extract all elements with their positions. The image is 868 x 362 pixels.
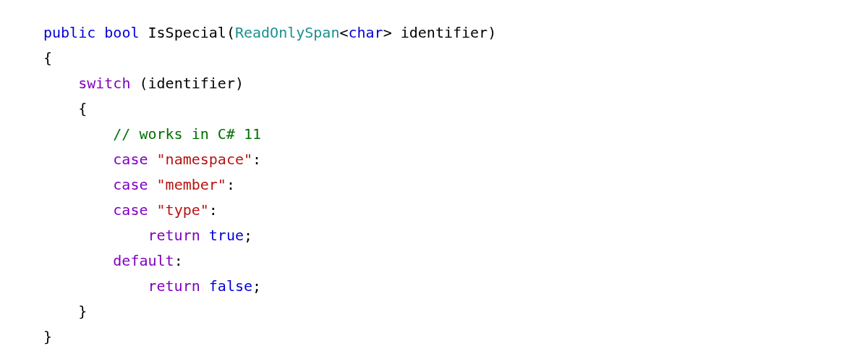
keyword-public: public: [43, 24, 95, 41]
brace-close: }: [78, 303, 87, 320]
string-literal: "namespace": [157, 151, 252, 168]
colon: :: [252, 151, 261, 168]
paren-open: (: [139, 75, 148, 92]
param-name: identifier: [401, 24, 488, 41]
keyword-case: case: [113, 201, 148, 219]
string-literal: "member": [157, 176, 226, 193]
keyword-return: return: [148, 227, 200, 244]
keyword-bool: bool: [104, 24, 139, 41]
keyword-default: default: [113, 252, 174, 269]
keyword-char: char: [348, 24, 383, 41]
paren-close: ): [235, 75, 244, 92]
literal-true: true: [209, 227, 244, 244]
keyword-case: case: [113, 176, 148, 193]
brace-open: {: [43, 49, 52, 67]
semicolon: ;: [252, 277, 261, 295]
literal-false: false: [209, 277, 252, 295]
string-literal: "type": [157, 201, 209, 219]
angle-open: <: [339, 24, 348, 41]
brace-open: {: [78, 100, 87, 117]
comment: // works in C# 11: [113, 125, 261, 143]
colon: :: [226, 176, 235, 193]
keyword-case: case: [113, 151, 148, 168]
code-block: public bool IsSpecial(ReadOnlySpan<char>…: [0, 0, 868, 350]
method-name: IsSpecial: [148, 24, 226, 41]
colon: :: [209, 201, 218, 219]
angle-close: >: [383, 24, 392, 41]
keyword-return: return: [148, 277, 200, 295]
brace-close: }: [43, 328, 52, 345]
switch-expr: identifier: [148, 75, 235, 92]
semicolon: ;: [244, 227, 252, 244]
colon: :: [174, 252, 183, 269]
type-readonlyspan: ReadOnlySpan: [235, 24, 340, 41]
keyword-switch: switch: [78, 75, 130, 92]
paren-close: ): [488, 24, 496, 41]
paren-open: (: [226, 24, 235, 41]
